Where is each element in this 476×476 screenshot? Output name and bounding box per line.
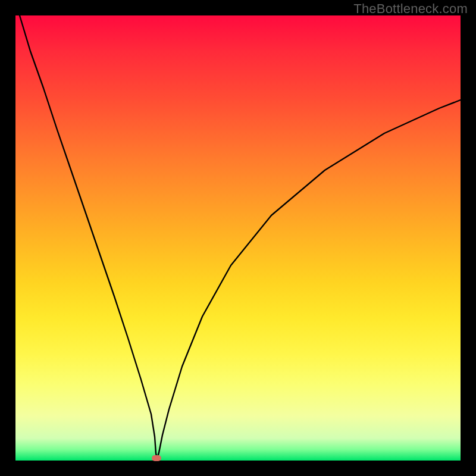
bottleneck-curve (15, 15, 461, 461)
optimal-point-marker (152, 455, 161, 461)
chart-frame: TheBottleneck.com (0, 0, 476, 476)
curve-path (20, 15, 461, 458)
plot-area (15, 15, 461, 461)
watermark-text: TheBottleneck.com (353, 1, 468, 17)
